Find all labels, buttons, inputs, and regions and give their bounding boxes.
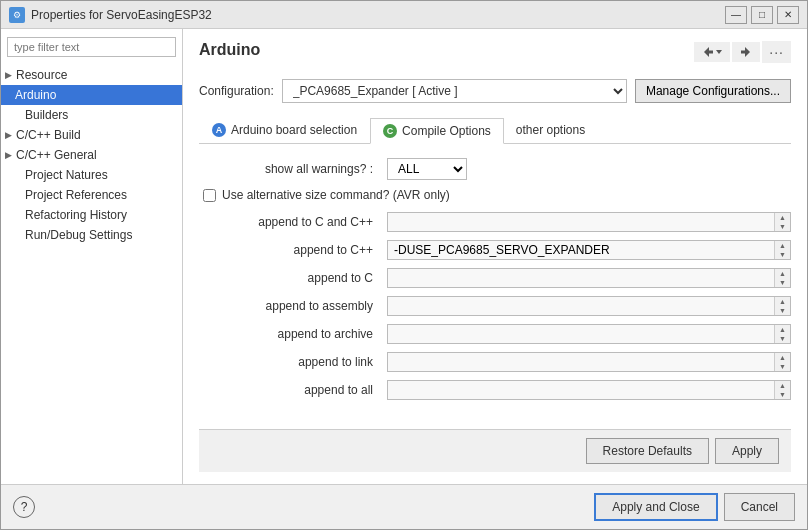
arrow-down[interactable]: ▼ (775, 362, 790, 371)
append-link-row: append to link ▲ ▼ (199, 352, 791, 372)
sidebar-item-label: Refactoring History (25, 208, 127, 222)
arrow-up[interactable]: ▲ (775, 353, 790, 362)
sidebar-item-arduino[interactable]: Arduino (1, 85, 182, 105)
close-button[interactable]: ✕ (777, 6, 799, 24)
config-row: Configuration: _PCA9685_Expander [ Activ… (199, 79, 791, 103)
append-archive-input[interactable] (388, 325, 774, 343)
sidebar-item-cpp-build[interactable]: ▶ C/C++ Build (1, 125, 182, 145)
warnings-row: show all warnings? : ALL DEFAULT MORE EV… (199, 158, 791, 180)
svg-rect-4 (741, 51, 745, 54)
append-cpp-input[interactable] (388, 241, 774, 259)
configuration-select[interactable]: _PCA9685_Expander [ Active ] (282, 79, 627, 103)
sidebar-item-project-natures[interactable]: Project Natures (1, 165, 182, 185)
input-arrows: ▲ ▼ (774, 353, 790, 371)
apply-and-close-button[interactable]: Apply and Close (594, 493, 717, 521)
alternative-size-row: Use alternative size command? (AVR only) (199, 188, 791, 202)
tab-label: Arduino board selection (231, 123, 357, 137)
sidebar-item-run-debug[interactable]: Run/Debug Settings (1, 225, 182, 245)
arrow-down[interactable]: ▼ (775, 306, 790, 315)
footer-bar: ? Apply and Close Cancel (1, 484, 807, 529)
sidebar-item-resource[interactable]: ▶ Resource (1, 65, 182, 85)
apply-button[interactable]: Apply (715, 438, 779, 464)
append-assembly-input[interactable] (388, 297, 774, 315)
back-button[interactable] (694, 42, 730, 62)
arrow-down[interactable]: ▼ (775, 390, 790, 399)
append-c-row: append to C ▲ ▼ (199, 268, 791, 288)
sidebar-item-project-references[interactable]: Project References (1, 185, 182, 205)
sidebar-item-label: Builders (25, 108, 68, 122)
cancel-button[interactable]: Cancel (724, 493, 795, 521)
title-controls: — □ ✕ (725, 6, 799, 24)
tab-other-options[interactable]: other options (504, 118, 597, 142)
input-arrows: ▲ ▼ (774, 381, 790, 399)
arrow-up[interactable]: ▲ (775, 381, 790, 390)
append-assembly-row: append to assembly ▲ ▼ (199, 296, 791, 316)
arrow-down[interactable]: ▼ (775, 250, 790, 259)
tab-board-selection[interactable]: A Arduino board selection (199, 117, 370, 143)
expand-arrow: ▶ (5, 130, 12, 140)
append-assembly-label: append to assembly (199, 299, 379, 313)
append-all-row: append to all ▲ ▼ (199, 380, 791, 400)
help-button[interactable]: ? (13, 496, 35, 518)
menu-button[interactable]: ··· (762, 41, 791, 63)
filter-input[interactable] (7, 37, 176, 57)
arrow-down[interactable]: ▼ (775, 222, 790, 231)
input-arrows: ▲ ▼ (774, 241, 790, 259)
expand-arrow: ▶ (5, 150, 12, 160)
main-window: ⚙ Properties for ServoEasingESP32 — □ ✕ … (0, 0, 808, 530)
append-cpp-row: append to C++ ▲ ▼ (199, 240, 791, 260)
window-title: Properties for ServoEasingESP32 (31, 8, 212, 22)
append-c-cpp-row: append to C and C++ ▲ ▼ (199, 212, 791, 232)
manage-configurations-button[interactable]: Manage Configurations... (635, 79, 791, 103)
append-link-input[interactable] (388, 353, 774, 371)
expand-arrow: ▶ (5, 70, 12, 80)
sidebar-item-label: Arduino (15, 88, 56, 102)
input-arrows: ▲ ▼ (774, 325, 790, 343)
configuration-label: Configuration: (199, 84, 274, 98)
alternative-size-label: Use alternative size command? (AVR only) (222, 188, 450, 202)
sidebar-item-cpp-general[interactable]: ▶ C/C++ General (1, 145, 182, 165)
compile-options-icon: C (383, 124, 397, 138)
arrow-up[interactable]: ▲ (775, 297, 790, 306)
append-archive-label: append to archive (199, 327, 379, 341)
forward-button[interactable] (732, 42, 760, 62)
dropdown-arrow (715, 45, 723, 59)
arrow-down[interactable]: ▼ (775, 334, 790, 343)
sidebar-item-label: Run/Debug Settings (25, 228, 132, 242)
arrow-up[interactable]: ▲ (775, 213, 790, 222)
back-icon (701, 45, 715, 59)
input-arrows: ▲ ▼ (774, 269, 790, 287)
right-panel: Arduino (183, 29, 807, 484)
arrow-up[interactable]: ▲ (775, 325, 790, 334)
minimize-button[interactable]: — (725, 6, 747, 24)
arrow-up[interactable]: ▲ (775, 269, 790, 278)
alternative-size-checkbox[interactable] (203, 189, 216, 202)
tab-compile-options[interactable]: C Compile Options (370, 118, 504, 144)
panel-title: Arduino (199, 41, 260, 67)
append-c-label: append to C (199, 271, 379, 285)
sidebar-item-refactoring[interactable]: Refactoring History (1, 205, 182, 225)
append-c-input-wrapper: ▲ ▼ (387, 268, 791, 288)
arrow-up[interactable]: ▲ (775, 241, 790, 250)
append-assembly-input-wrapper: ▲ ▼ (387, 296, 791, 316)
sidebar-item-builders[interactable]: Builders (1, 105, 182, 125)
tab-label: other options (516, 123, 585, 137)
append-c-cpp-input[interactable] (388, 213, 774, 231)
sidebar-item-label: C/C++ General (16, 148, 97, 162)
toolbar-icons: ··· (694, 41, 791, 63)
app-icon: ⚙ (9, 7, 25, 23)
append-cpp-input-wrapper: ▲ ▼ (387, 240, 791, 260)
append-all-input[interactable] (388, 381, 774, 399)
svg-marker-0 (704, 47, 709, 57)
append-c-input[interactable] (388, 269, 774, 287)
tab-label: Compile Options (402, 124, 491, 138)
restore-defaults-button[interactable]: Restore Defaults (586, 438, 709, 464)
append-archive-input-wrapper: ▲ ▼ (387, 324, 791, 344)
append-link-input-wrapper: ▲ ▼ (387, 352, 791, 372)
maximize-button[interactable]: □ (751, 6, 773, 24)
warnings-select[interactable]: ALL DEFAULT MORE EVERYTHING (387, 158, 467, 180)
arrow-down[interactable]: ▼ (775, 278, 790, 287)
main-content: ▶ Resource Arduino Builders ▶ C/C++ Buil… (1, 29, 807, 484)
sidebar-item-label: C/C++ Build (16, 128, 81, 142)
title-bar-left: ⚙ Properties for ServoEasingESP32 (9, 7, 212, 23)
